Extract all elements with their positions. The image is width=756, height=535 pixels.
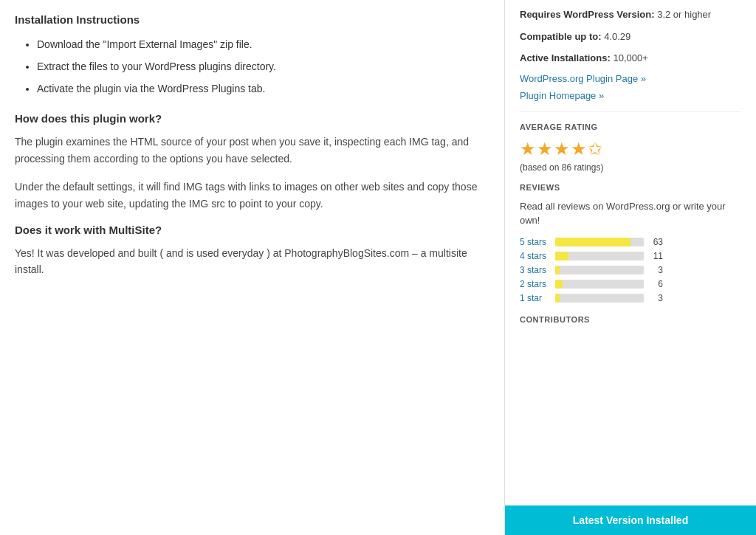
rating-bar-fill-3 <box>555 266 560 275</box>
compatible-value: 4.0.29 <box>604 31 630 42</box>
stars-display: ★ ★ ★ ★ ✩ <box>520 139 741 159</box>
star-3: ★ <box>554 139 570 159</box>
rating-bar-count-1: 63 <box>648 237 663 247</box>
rating-bar-row-4: 2 stars6 <box>520 279 741 289</box>
rating-bar-track-4 <box>555 280 644 289</box>
star-5-half: ✩ <box>588 139 602 159</box>
active-row: Active Installations: 10,000+ <box>520 51 741 66</box>
bullet-item-3: Activate the plugin via the WordPress Pl… <box>37 80 489 98</box>
rating-bar-row-5: 1 star3 <box>520 293 741 303</box>
rating-bar-row-2: 4 stars11 <box>520 251 741 261</box>
rating-bar-fill-5 <box>555 294 560 303</box>
bullet-item-2: Extract the files to your WordPress plug… <box>37 58 489 76</box>
rating-bar-fill-1 <box>555 238 630 246</box>
latest-version-button[interactable]: Latest Version Installed <box>505 505 756 535</box>
rating-bar-fill-2 <box>555 252 568 260</box>
rating-count: (based on 86 ratings) <box>520 162 741 173</box>
installation-list: Download the "Import External Images" zi… <box>15 36 489 97</box>
how-paragraph-2: Under the default settings, it will find… <box>15 179 489 212</box>
rating-bar-label-1[interactable]: 5 stars <box>520 237 551 247</box>
rating-bar-row-3: 3 stars3 <box>520 265 741 275</box>
compatible-label: Compatible up to: <box>520 31 602 42</box>
rating-bar-label-5[interactable]: 1 star <box>520 293 551 303</box>
rating-bar-track-1 <box>555 238 644 246</box>
star-1: ★ <box>520 139 536 159</box>
active-value: 10,000+ <box>613 52 647 63</box>
requires-row: Requires WordPress Version: 3.2 or highe… <box>520 7 741 22</box>
main-content: Installation Instructions Download the "… <box>0 0 505 535</box>
homepage-link[interactable]: Plugin Homepage » <box>520 90 741 101</box>
plugin-page-link[interactable]: WordPress.org Plugin Page » <box>520 73 741 84</box>
star-4: ★ <box>571 139 587 159</box>
active-label: Active Installations: <box>520 52 611 63</box>
divider-1 <box>520 111 741 112</box>
requires-value: 3.2 or higher <box>657 9 711 20</box>
rating-bar-track-2 <box>555 252 644 260</box>
rating-bar-label-2[interactable]: 4 stars <box>520 251 551 261</box>
contributors-label: CONTRIBUTORS <box>520 315 741 324</box>
rating-bar-fill-4 <box>555 280 563 289</box>
reviews-label: REVIEWS <box>520 183 741 192</box>
how-paragraph-1: The plugin examines the HTML source of y… <box>15 134 489 167</box>
requires-label: Requires WordPress Version: <box>520 9 655 20</box>
compatible-row: Compatible up to: 4.0.29 <box>520 30 741 44</box>
rating-bar-label-3[interactable]: 3 stars <box>520 265 551 275</box>
sidebar: Requires WordPress Version: 3.2 or highe… <box>505 0 756 535</box>
rating-bar-count-2: 11 <box>648 251 663 261</box>
rating-bar-row-1: 5 stars63 <box>520 237 741 247</box>
bullet-item-1: Download the "Import External Images" zi… <box>37 36 489 54</box>
average-rating-label: AVERAGE RATING <box>520 122 741 131</box>
rating-bar-track-3 <box>555 266 644 275</box>
multisite-paragraph: Yes! It was developed and built ( and is… <box>15 245 489 278</box>
rating-bar-count-5: 3 <box>648 293 663 303</box>
installation-title: Installation Instructions <box>15 13 489 26</box>
rating-bar-count-4: 6 <box>648 279 663 289</box>
multisite-heading: Does it work with MultiSite? <box>15 224 489 236</box>
star-2: ★ <box>537 139 553 159</box>
rating-bar-count-3: 3 <box>648 265 663 275</box>
rating-bar-label-4[interactable]: 2 stars <box>520 279 551 289</box>
rating-bars: 5 stars634 stars113 stars32 stars61 star… <box>520 237 741 303</box>
rating-bar-track-5 <box>555 294 644 303</box>
how-heading: How does this plugin work? <box>15 112 489 125</box>
reviews-text: Read all reviews on WordPress.org or wri… <box>520 199 741 228</box>
